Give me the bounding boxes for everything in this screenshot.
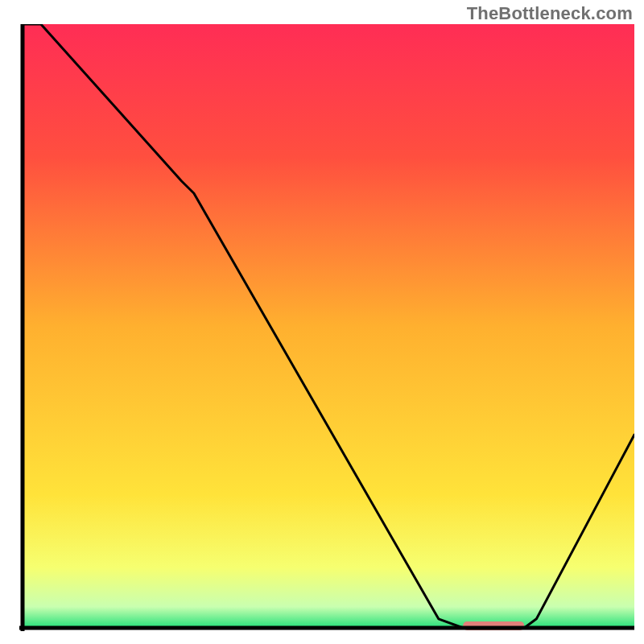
watermark-text: TheBottleneck.com [467, 3, 633, 24]
plot-background [23, 24, 634, 628]
bottleneck-chart [0, 0, 644, 644]
chart-container: TheBottleneck.com [0, 0, 644, 644]
